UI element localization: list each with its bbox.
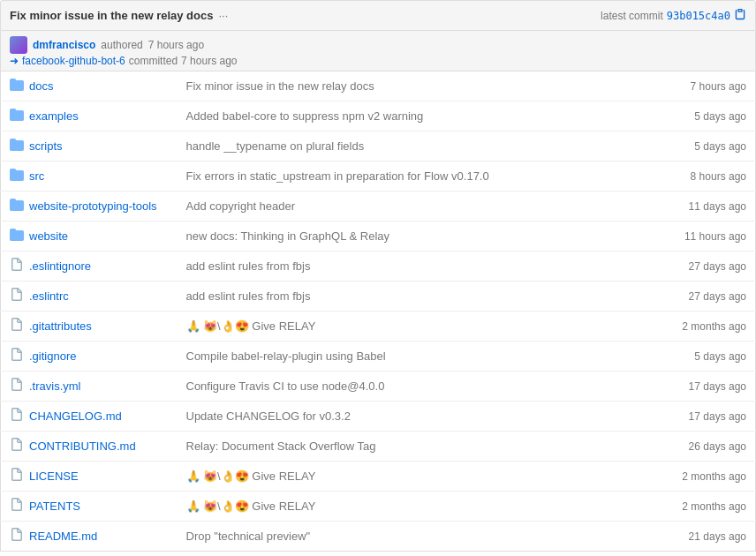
commit-time-cell: 17 days ago: [650, 372, 756, 402]
commit-time: 5 days ago: [694, 110, 746, 123]
file-link[interactable]: src: [29, 169, 44, 183]
file-link[interactable]: examples: [29, 109, 79, 123]
folder-icon: [10, 78, 24, 94]
commit-time: 7 hours ago: [691, 80, 746, 93]
commit-time-cell: 2 months ago: [650, 312, 756, 342]
table-row: website new docs: Thinking in GraphQL & …: [1, 222, 756, 252]
table-row: PATENTS 🙏 😻\👌😍 Give RELAY 2 months ago: [1, 492, 756, 522]
file-icon: [10, 348, 24, 364]
file-link[interactable]: .gitattributes: [29, 319, 92, 333]
commit-time-cell: 8 hours ago: [650, 162, 756, 192]
file-link[interactable]: docs: [29, 79, 53, 93]
commit-message-cell: Add copyright header: [178, 192, 650, 222]
file-link[interactable]: scripts: [29, 139, 63, 153]
commit-message-cell: Update CHANGELOG for v0.3.2: [178, 402, 650, 432]
file-name-cell: LICENSE: [1, 462, 178, 492]
file-name-cell: .eslintignore: [1, 252, 178, 282]
table-row: README.md Drop "technical preview" 21 da…: [1, 522, 756, 552]
file-name-cell: website: [1, 222, 178, 252]
file-link[interactable]: CONTRIBUTING.md: [29, 440, 136, 453]
file-link[interactable]: PATENTS: [29, 500, 80, 513]
file-name-cell: .travis.yml: [1, 372, 178, 402]
commit-desc: Relay: Document Stack Overflow Tag: [186, 440, 376, 453]
commit-message-cell: add eslint rules from fbjs: [178, 282, 650, 312]
file-link[interactable]: README.md: [29, 530, 97, 543]
commit-desc: handle __typename on plural fields: [186, 139, 365, 153]
table-row: docs Fix minor issue in the new relay do…: [1, 71, 756, 101]
file-link[interactable]: .eslintignore: [29, 259, 91, 273]
commit-time-cell: 27 days ago: [650, 252, 756, 282]
table-row: .eslintignore add eslint rules from fbjs…: [1, 252, 756, 282]
commit-message-cell: Drop "technical preview": [178, 522, 650, 552]
file-name-cell: README.md: [1, 522, 178, 552]
commit-time: 2 months ago: [682, 470, 746, 483]
table-row: .eslintrc add eslint rules from fbjs 27 …: [1, 282, 756, 312]
commit-bar-right: latest commit 93b015c4a0: [601, 8, 746, 23]
commit-desc: Fix errors in static_upstream in prepara…: [186, 169, 489, 183]
table-row: .gitattributes 🙏 😻\👌😍 Give RELAY 2 month…: [1, 312, 756, 342]
commit-time: 26 days ago: [689, 440, 746, 453]
bot-time: 7 hours ago: [181, 55, 237, 67]
table-row: LICENSE 🙏 😻\👌😍 Give RELAY 2 months ago: [1, 462, 756, 492]
commit-time-cell: 21 days ago: [650, 522, 756, 552]
file-name-cell: website-prototyping-tools: [1, 192, 178, 222]
folder-icon: [10, 168, 24, 184]
author-line2: ➜ facebook-github-bot-6 committed 7 hour…: [10, 55, 746, 67]
bot-name[interactable]: facebook-github-bot-6: [22, 55, 125, 67]
file-link[interactable]: LICENSE: [29, 470, 79, 483]
commit-time-cell: 11 days ago: [650, 192, 756, 222]
file-icon: [10, 288, 24, 304]
commit-desc: Added babel-core to suppress npm v2 warn…: [186, 109, 424, 123]
commit-time-cell: 17 days ago: [650, 402, 756, 432]
file-name-cell: .gitignore: [1, 342, 178, 372]
commit-time: 2 months ago: [682, 320, 746, 333]
author-name[interactable]: dmfrancisco: [33, 39, 95, 51]
latest-commit-label: latest commit: [601, 10, 663, 22]
copy-icon[interactable]: [734, 8, 746, 23]
author-action: authored: [101, 39, 142, 51]
commit-message-cell: 🙏 😻\👌😍 Give RELAY: [178, 462, 650, 492]
file-name-cell: examples: [1, 101, 178, 131]
commit-desc: 🙏 😻\👌😍 Give RELAY: [186, 500, 316, 513]
commit-message-cell: handle __typename on plural fields: [178, 131, 650, 162]
author-block: dmfrancisco authored 7 hours ago ➜ faceb…: [0, 31, 756, 71]
commit-time: 17 days ago: [689, 410, 746, 423]
file-icon: [10, 258, 24, 274]
commit-dots[interactable]: ···: [218, 9, 228, 22]
file-link[interactable]: website-prototyping-tools: [29, 199, 157, 213]
file-link[interactable]: .gitignore: [29, 349, 76, 363]
commit-time-cell: 2 months ago: [650, 462, 756, 492]
file-name-cell: PATENTS: [1, 492, 178, 522]
commit-time: 21 days ago: [689, 530, 746, 543]
commit-time-cell: 5 days ago: [650, 131, 756, 162]
commit-message-cell: Fix minor issue in the new relay docs: [178, 71, 650, 101]
file-link[interactable]: .eslintrc: [29, 289, 69, 303]
commit-time-cell: 5 days ago: [650, 342, 756, 372]
file-link[interactable]: CHANGELOG.md: [29, 409, 122, 423]
commit-desc: 🙏 😻\👌😍 Give RELAY: [186, 470, 316, 483]
commit-time: 5 days ago: [694, 350, 746, 363]
file-link[interactable]: .travis.yml: [29, 379, 81, 393]
commit-message-cell: Compile babel-relay-plugin using Babel: [178, 342, 650, 372]
commit-time: 8 hours ago: [691, 170, 746, 183]
file-link[interactable]: website: [29, 229, 68, 243]
commit-time: 17 days ago: [689, 380, 746, 393]
commit-desc: add eslint rules from fbjs: [186, 259, 311, 273]
commit-message-cell: 🙏 😻\👌😍 Give RELAY: [178, 312, 650, 342]
file-icon: [10, 468, 24, 485]
file-icon: [10, 318, 24, 334]
file-name-cell: src: [1, 162, 178, 192]
author-line1: dmfrancisco authored 7 hours ago: [10, 36, 746, 54]
commit-desc: add eslint rules from fbjs: [186, 289, 311, 303]
commit-message-cell: Relay: Document Stack Overflow Tag: [178, 432, 650, 462]
commit-time-cell: 2 months ago: [650, 492, 756, 522]
commit-time-cell: 26 days ago: [650, 432, 756, 462]
file-icon: [10, 408, 24, 425]
commit-message-cell: Fix errors in static_upstream in prepara…: [178, 162, 650, 192]
commit-desc: Drop "technical preview": [186, 530, 311, 543]
avatar: [10, 36, 27, 54]
commit-hash[interactable]: 93b015c4a0: [667, 10, 730, 22]
commit-message-cell: 🙏 😻\👌😍 Give RELAY: [178, 492, 650, 522]
commit-time-cell: 11 hours ago: [650, 222, 756, 252]
commit-message-cell: new docs: Thinking in GraphQL & Relay: [178, 222, 650, 252]
